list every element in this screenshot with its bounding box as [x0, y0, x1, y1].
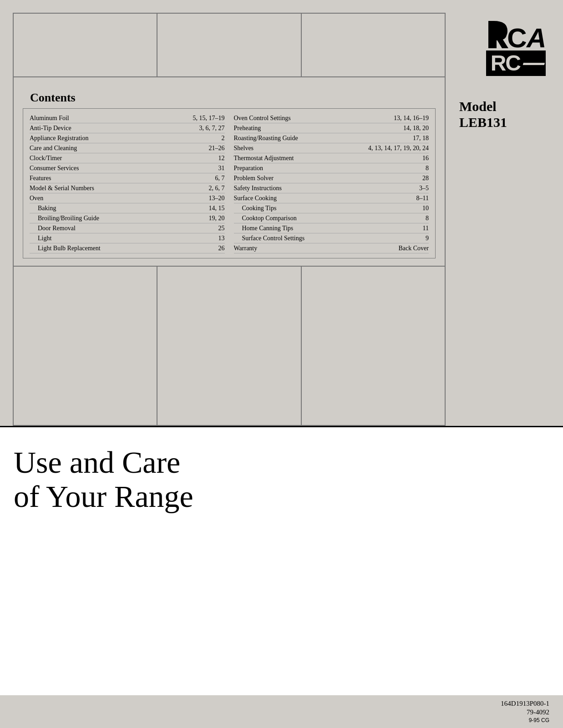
use-care-title: Use and Care of Your Range: [14, 445, 549, 514]
model-info-area: Model LEB131: [455, 85, 550, 130]
toc-item: Safety Instructions3–5: [234, 183, 429, 193]
toc-item-name: Oven: [30, 195, 207, 202]
toc-item-name: Roasting/Roasting Guide: [234, 135, 411, 142]
toc-item-pages: 13, 14, 16–19: [392, 115, 429, 122]
toc-item-name: Care and Cleaning: [30, 145, 207, 152]
rca-logo-text-area: RC⸻: [455, 51, 550, 76]
col3: [302, 14, 445, 76]
toc-item-pages: 12: [217, 155, 225, 162]
toc-item-name: Thermostat Adjustment: [234, 155, 421, 162]
footer-code2: 79-4092: [527, 708, 549, 716]
bcol2: [157, 267, 301, 425]
toc-item-pages: 2: [220, 135, 225, 142]
svg-text:RC: RC: [488, 23, 526, 51]
toc-item-name: Problem Solver: [234, 175, 421, 182]
toc-item-name: Preparation: [234, 165, 424, 172]
toc-item-pages: 6, 7: [213, 175, 225, 182]
toc-item-pages: 14, 15: [207, 205, 225, 212]
toc-item-name: Shelves: [234, 145, 367, 152]
footer-code1: 164D1913P080-1: [501, 700, 549, 708]
toc-item: Clock/Timer12: [30, 153, 225, 163]
bottom-section: Use and Care of Your Range: [0, 426, 563, 695]
toc-item-name: Broiling/Broiling Guide: [38, 215, 207, 222]
main-box: Contents Aluminum Foil5, 15, 17–19Anti-T…: [13, 13, 446, 426]
toc-item-pages: 26: [217, 245, 225, 252]
model-number: LEB131: [459, 115, 546, 131]
col1: [14, 14, 157, 76]
toc-item: Surface Cooking8–11: [234, 193, 429, 203]
toc-item-pages: 3–5: [417, 185, 429, 192]
bcol1: [14, 267, 157, 425]
toc-item-name: Safety Instructions: [234, 185, 418, 192]
toc-item-pages: Back Cover: [397, 245, 429, 252]
toc-item-pages: 8: [424, 165, 429, 172]
footer: 164D1913P080-1 79-4092 9-95 CG: [0, 695, 563, 728]
toc-item-name: Light Bulb Replacement: [38, 245, 217, 252]
contents-section: Contents Aluminum Foil5, 15, 17–19Anti-T…: [14, 77, 445, 266]
toc-item-name: Surface Control Settings: [242, 235, 424, 242]
toc-item-name: Oven Control Settings: [234, 115, 392, 122]
toc-item: Consumer Services31: [30, 163, 225, 173]
toc-item: Features6, 7: [30, 173, 225, 183]
toc-item-name: Features: [30, 175, 213, 182]
toc-item-pages: 11: [421, 225, 429, 232]
toc-right-col: Oven Control Settings13, 14, 16–19Prehea…: [234, 113, 429, 253]
toc-item-name: Consumer Services: [30, 165, 217, 172]
toc-separator: [225, 113, 234, 253]
footer-code3: 9-95 CG: [529, 717, 549, 723]
toc-item-pages: 5, 15, 17–19: [191, 115, 225, 122]
toc-item-pages: 21–26: [207, 145, 225, 152]
rca-logo-block: RC⸻: [486, 51, 546, 76]
toc-container: Aluminum Foil5, 15, 17–19Anti-Tip Device…: [23, 108, 436, 258]
sidebar: RC A RC⸻ Model LEB131: [455, 13, 550, 426]
toc-item: Aluminum Foil5, 15, 17–19: [30, 113, 225, 123]
toc-item-name: Home Canning Tips: [242, 225, 421, 232]
toc-item: Light13: [30, 233, 225, 243]
col2: [157, 14, 301, 76]
page: Contents Aluminum Foil5, 15, 17–19Anti-T…: [0, 0, 563, 728]
toc-item-pages: 14, 18, 20: [401, 125, 429, 132]
toc-item: Thermostat Adjustment16: [234, 153, 429, 163]
toc-item: Baking14, 15: [30, 203, 225, 213]
toc-item: Model & Serial Numbers2, 6, 7: [30, 183, 225, 193]
toc-item-pages: 25: [217, 225, 225, 232]
logo-area: RC A: [455, 13, 550, 55]
toc-item-name: Appliance Registration: [30, 135, 220, 142]
toc-item-name: Door Removal: [38, 225, 217, 232]
toc-item: Home Canning Tips11: [234, 223, 429, 233]
toc-item: Light Bulb Replacement26: [30, 243, 225, 253]
bcol3: [302, 267, 445, 425]
toc-item: Cooktop Comparison8: [234, 213, 429, 223]
toc-item: Oven13–20: [30, 193, 225, 203]
toc-item-pages: 3, 6, 7, 27: [198, 125, 225, 132]
toc-item-pages: 8–11: [415, 195, 429, 202]
svg-text:A: A: [526, 23, 546, 51]
toc-item: Roasting/Roasting Guide17, 18: [234, 133, 429, 143]
rca-logo-svg: RC A: [488, 21, 548, 51]
toc-item-name: Cooktop Comparison: [242, 215, 424, 222]
top-cols: [14, 14, 445, 77]
toc-item: Surface Control Settings9: [234, 233, 429, 243]
toc-item: Problem Solver28: [234, 173, 429, 183]
toc-item: Shelves4, 13, 14, 17, 19, 20, 24: [234, 143, 429, 153]
toc-item-name: Surface Cooking: [234, 195, 415, 202]
toc-item-pages: 10: [421, 205, 429, 212]
toc-item-pages: 17, 18: [411, 135, 429, 142]
toc-item-pages: 16: [421, 155, 429, 162]
toc-item: Preparation8: [234, 163, 429, 173]
toc-item: Appliance Registration2: [30, 133, 225, 143]
toc-item: Cooking Tips10: [234, 203, 429, 213]
left-content: Contents Aluminum Foil5, 15, 17–19Anti-T…: [14, 14, 445, 425]
toc-item: Anti-Tip Device3, 6, 7, 27: [30, 123, 225, 133]
toc-item-pages: 31: [217, 165, 225, 172]
toc-item-pages: 19, 20: [207, 215, 225, 222]
toc-item: WarrantyBack Cover: [234, 243, 429, 253]
toc-left-col: Aluminum Foil5, 15, 17–19Anti-Tip Device…: [30, 113, 225, 253]
toc-item: Preheating14, 18, 20: [234, 123, 429, 133]
title-line2: of Your Range: [14, 480, 549, 514]
toc-item-name: Preheating: [234, 125, 402, 132]
toc-item-name: Model & Serial Numbers: [30, 185, 207, 192]
toc-item-pages: 9: [424, 235, 429, 242]
toc-item-pages: 13–20: [207, 195, 225, 202]
toc-item-name: Anti-Tip Device: [30, 125, 198, 132]
